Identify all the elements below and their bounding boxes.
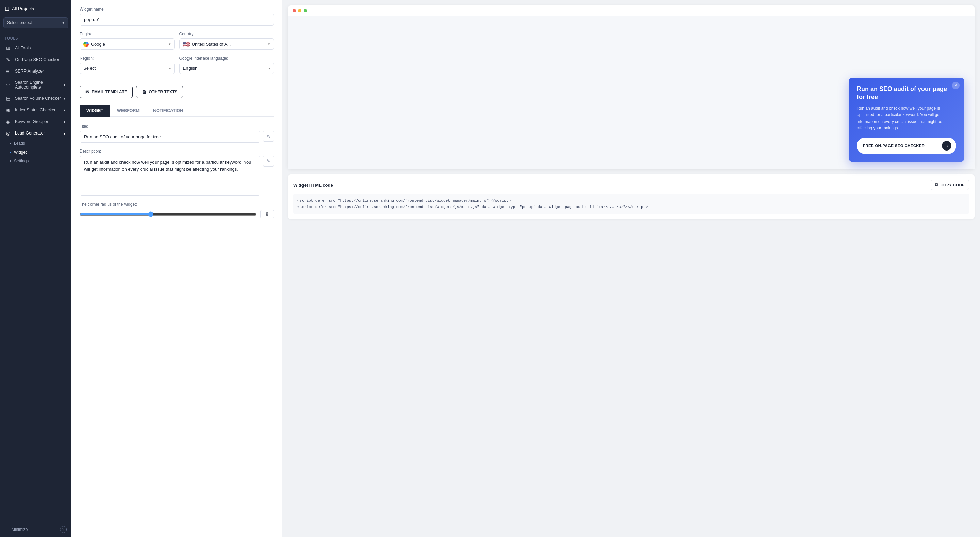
settings-panel: Widget name: Engine: G Google ▾ Country:: [72, 0, 282, 537]
region-field: Region: Select: [80, 56, 175, 74]
sidebar-item-lead-generator[interactable]: ◎ Lead Generator ▴: [2, 128, 70, 139]
title-label: Title:: [80, 124, 274, 129]
sidebar-item-leads[interactable]: Leads: [10, 139, 72, 148]
corner-radius-field: The corner radius of the widget:: [80, 202, 274, 218]
engine-field: Engine: G Google ▾: [80, 32, 175, 50]
chevron-down-icon: ▾: [169, 42, 171, 46]
popup-title: Run an SEO audit of your page for free: [857, 85, 956, 101]
us-flag-icon: 🇺🇸: [183, 41, 190, 47]
tab-webform[interactable]: WEBFORM: [110, 105, 146, 117]
dot-icon: [10, 143, 11, 144]
title-edit-icon-button[interactable]: ✎: [263, 131, 274, 142]
chevron-icon: ▴: [64, 131, 65, 135]
title-input[interactable]: [80, 131, 260, 143]
description-textarea[interactable]: Run an audit and check how well your pag…: [80, 156, 260, 196]
lead-generator-submenu: Leads Widget Settings: [0, 139, 72, 166]
help-icon[interactable]: ?: [60, 526, 67, 533]
popup-cta-label: FREE ON-PAGE SEO CHECKER: [863, 144, 924, 148]
browser-minimize-dot: [298, 9, 301, 12]
sidebar-item-volume-checker[interactable]: ▤ Search Volume Checker ▾: [2, 93, 70, 104]
preview-panel: × Run an SEO audit of your page for free…: [282, 0, 980, 537]
region-lang-row: Region: Select Google interface language…: [80, 56, 274, 74]
sidebar-item-label: On-Page SEO Checker: [15, 57, 59, 62]
divider: [80, 80, 274, 80]
tab-notification[interactable]: NOTIFICATION: [146, 105, 190, 117]
edit-icon: ✎: [266, 158, 270, 164]
sidebar-item-all-tools[interactable]: ⊞ All Tools: [2, 43, 70, 53]
popup-description: Run an audit and check how well your pag…: [857, 105, 956, 131]
bar-icon: ▤: [6, 96, 12, 101]
sidebar-item-serp-analyzer[interactable]: ≡ SERP Analyzer: [2, 66, 70, 76]
chevron-icon: ▾: [64, 108, 65, 112]
corner-radius-slider[interactable]: [80, 212, 256, 217]
copy-code-button[interactable]: ⧉ COPY CODE: [931, 180, 969, 190]
project-select-label: Select project: [7, 21, 32, 25]
region-label: Region:: [80, 56, 175, 61]
sidebar-header: ⊞ All Projects: [0, 0, 72, 15]
browser-maximize-dot: [304, 9, 307, 12]
country-select-wrapper: 🇺🇸 United States of A... ▾: [179, 38, 274, 50]
widget-name-field: Widget name:: [80, 7, 274, 25]
grouper-icon: ◈: [6, 119, 12, 124]
sidebar-item-on-page-seo[interactable]: ✎ On-Page SEO Checker: [2, 54, 70, 65]
widget-name-input[interactable]: [80, 14, 274, 25]
description-field-group: Description: Run an audit and check how …: [80, 149, 274, 196]
template-buttons: ✉ EMAIL TEMPLATE 🗎 OTHER TEXTS: [80, 86, 274, 98]
title-field-row: ✎: [80, 131, 274, 143]
document-icon: 🗎: [142, 89, 147, 95]
envelope-icon: ✉: [86, 89, 89, 95]
sidebar: ⊞ All Projects Select project ▾ TOOLS ⊞ …: [0, 0, 72, 537]
code-block: <script defer src="https://online.serank…: [293, 194, 969, 214]
tools-section-label: TOOLS: [0, 33, 72, 42]
google-lang-field: Google interface language: English: [179, 56, 274, 74]
minimize-button[interactable]: ← Minimize ?: [0, 522, 72, 537]
widget-tabs: WIDGET WEBFORM NOTIFICATION: [80, 105, 274, 117]
description-field-row: Run an audit and check how well your pag…: [80, 156, 274, 196]
slider-row: [80, 210, 274, 218]
engine-label: Engine:: [80, 32, 175, 37]
email-template-label: EMAIL TEMPLATE: [92, 89, 127, 94]
sidebar-item-settings[interactable]: Settings: [10, 157, 72, 166]
project-select[interactable]: Select project ▾: [3, 18, 68, 28]
minimize-arrow-icon: ←: [5, 527, 9, 532]
other-texts-label: OTHER TEXTS: [149, 89, 177, 94]
engine-select[interactable]: Google: [91, 39, 167, 49]
description-edit-icon-button[interactable]: ✎: [263, 156, 274, 167]
country-field: Country: 🇺🇸 United States of A... ▾: [179, 32, 274, 50]
chevron-icon: ▾: [64, 120, 65, 124]
corner-radius-label: The corner radius of the widget:: [80, 202, 274, 207]
dot-icon: [10, 151, 11, 153]
sub-item-label: Leads: [14, 141, 25, 146]
popup-close-button[interactable]: ×: [952, 82, 959, 89]
browser-preview: × Run an SEO audit of your page for free…: [288, 5, 975, 169]
sidebar-item-index-checker[interactable]: ◉ Index Status Checker ▾: [2, 105, 70, 115]
lead-icon: ◎: [6, 131, 12, 136]
minimize-label: Minimize: [11, 527, 27, 532]
circle-icon: ◉: [6, 107, 12, 113]
sidebar-item-autocomplete[interactable]: ↩ Search Engine Autocomplete ▾: [2, 77, 70, 92]
other-texts-button[interactable]: 🗎 OTHER TEXTS: [136, 86, 183, 98]
popup-cta-arrow-icon: →: [942, 141, 951, 150]
sidebar-item-label: Index Status Checker: [15, 108, 56, 112]
region-select[interactable]: Select: [80, 63, 175, 74]
sidebar-item-widget[interactable]: Widget: [10, 148, 72, 157]
corner-radius-value-input[interactable]: [260, 210, 274, 218]
popup-cta-button[interactable]: FREE ON-PAGE SEO CHECKER →: [857, 137, 956, 154]
code-line-2: <script defer src="https://online.serank…: [298, 204, 965, 210]
tab-widget[interactable]: WIDGET: [80, 105, 110, 117]
code-line-1: <script defer src="https://online.serank…: [298, 198, 965, 204]
sub-item-label: Widget: [14, 150, 27, 155]
edit-icon: ✎: [266, 134, 270, 139]
chevron-down-icon: ▾: [62, 21, 64, 25]
sidebar-item-keyword-grouper[interactable]: ◈ Keyword Grouper ▾: [2, 116, 70, 127]
google-lang-select[interactable]: English: [179, 63, 274, 74]
sidebar-item-label: All Tools: [15, 46, 30, 50]
engine-country-row: Engine: G Google ▾ Country: 🇺🇸 Uni: [80, 32, 274, 50]
chevron-icon: ▾: [64, 83, 65, 87]
email-template-button[interactable]: ✉ EMAIL TEMPLATE: [80, 86, 133, 98]
all-projects-label[interactable]: All Projects: [12, 6, 34, 11]
sidebar-item-label: Search Volume Checker: [15, 96, 61, 101]
sidebar-item-label: SERP Analyzer: [15, 69, 44, 73]
country-select[interactable]: United States of A...: [192, 39, 266, 49]
sidebar-item-label: Lead Generator: [15, 131, 45, 135]
